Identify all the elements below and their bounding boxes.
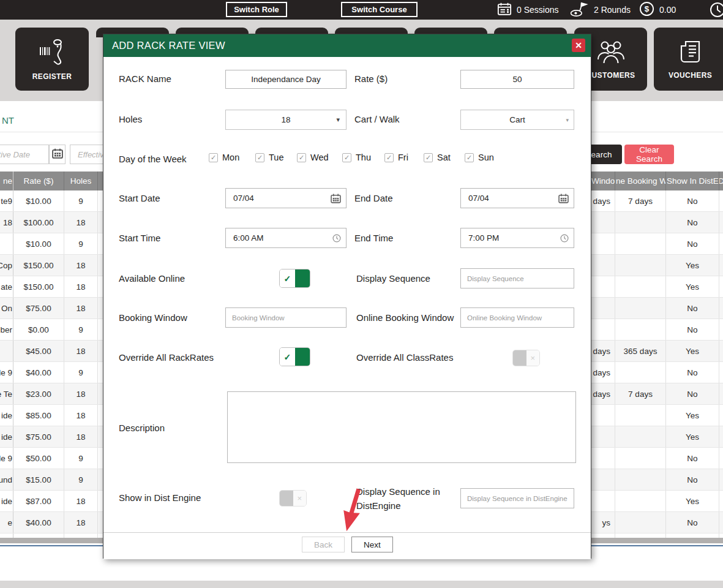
table-row[interactable]: days7 daysNo <box>591 383 723 405</box>
sessions-indicator[interactable]: 0 Sessions <box>497 0 558 20</box>
day-checkbox-sun[interactable]: ✓Sun <box>465 153 494 162</box>
table-header-left: ne Rate ($) Holes <box>0 172 103 190</box>
cell-booking-window <box>591 469 615 490</box>
table-row[interactable]: ysNo <box>591 512 723 533</box>
description-textarea[interactable] <box>227 391 576 463</box>
table-row[interactable]: de 9$40.009 <box>0 362 103 383</box>
table-row[interactable] <box>0 533 103 538</box>
end-date-input[interactable]: 07/04 <box>460 188 574 208</box>
balance-indicator[interactable]: $ 0.00 <box>639 0 676 20</box>
header-show-in-distengine: Show In DistEng <box>666 172 719 190</box>
table-row[interactable]: d On$75.0018 <box>0 298 103 319</box>
modal-title: ADD RACK RATE VIEW <box>112 34 225 57</box>
cell-ext <box>98 276 103 297</box>
table-row[interactable]: No <box>591 298 723 319</box>
holes-value: 18 <box>281 115 290 124</box>
table-row[interactable]: daysNo <box>591 362 723 383</box>
table-row[interactable]: $45.0018 <box>0 341 103 362</box>
day-of-week-row: ✓Mon✓Tue✓Wed✓Thu✓Fri✓Sat✓Sun <box>103 153 591 165</box>
booking-window-input[interactable] <box>225 307 347 328</box>
calendar-icon <box>558 194 569 203</box>
start-date-input[interactable]: 07/04 <box>225 188 347 208</box>
table-row[interactable]: e$40.0018 <box>0 512 103 533</box>
override-classrates-toggle[interactable]: × <box>512 350 540 366</box>
end-time-input[interactable]: 7:00 PM <box>460 228 574 248</box>
holes-select[interactable]: 18 ▾ <box>225 110 347 130</box>
rounds-indicator[interactable]: 2 Rounds <box>569 0 631 20</box>
table-row[interactable]: Yes <box>591 426 723 448</box>
rate-input[interactable] <box>460 70 574 89</box>
cell-rate: $85.00 <box>13 405 64 426</box>
table-row[interactable]: No <box>591 319 723 341</box>
effective-date-input-1[interactable] <box>0 145 49 164</box>
table-row[interactable]: No <box>591 448 723 469</box>
display-seq-dist-input[interactable] <box>460 488 574 508</box>
cell-name: e Te <box>0 383 13 404</box>
table-row[interactable]: ber$0.009 <box>0 319 103 341</box>
cell-show-in-distengine: No <box>666 190 719 211</box>
day-checkbox-sat[interactable]: ✓Sat <box>424 153 451 162</box>
day-checkbox-mon[interactable]: ✓Mon <box>209 153 239 162</box>
cell-name: de 9 <box>0 448 13 469</box>
cell-show-in-distengine: Yes <box>666 405 719 426</box>
show-dist-engine-label: Show in Dist Engine <box>119 492 201 503</box>
start-time-input[interactable]: 6:00 AM <box>225 228 347 248</box>
override-classrates-label: Override All ClassRates <box>356 352 453 363</box>
online-booking-window-input[interactable] <box>460 307 574 328</box>
screen: Switch Role Switch Course 0 Sessions <box>0 0 723 588</box>
table-row[interactable]: No <box>591 212 723 233</box>
table-row[interactable] <box>591 533 723 538</box>
cell-d <box>719 512 723 533</box>
checkbox-icon: ✓ <box>384 153 394 162</box>
table-row[interactable]: de 9$50.009 <box>0 448 103 469</box>
table-row[interactable]: Yes <box>591 491 723 512</box>
show-dist-engine-toggle[interactable]: × <box>279 490 307 507</box>
table-row[interactable]: No <box>591 233 723 255</box>
cart-walk-select[interactable]: Cart ▾ <box>460 110 574 130</box>
cell-d <box>719 448 723 469</box>
cell-holes: 18 <box>64 212 98 233</box>
next-button[interactable]: Next <box>351 537 393 552</box>
table-row[interactable]: te9$10.009 <box>0 190 103 212</box>
close-icon[interactable]: ✕ <box>572 39 585 52</box>
header-holes: Holes <box>64 172 98 190</box>
cell-online-booking-window <box>615 405 666 426</box>
cell-rate: $45.00 <box>13 341 64 361</box>
table-row[interactable]: Yes <box>591 405 723 426</box>
table-row[interactable]: ide$87.0018 <box>0 491 103 512</box>
override-rackrates-toggle[interactable]: ✓ <box>279 347 310 366</box>
calendar-button[interactable] <box>49 145 66 164</box>
register-tile[interactable]: REGISTER <box>15 28 89 91</box>
table-row[interactable]: Cop$150.0018 <box>0 255 103 276</box>
clock-icon[interactable] <box>708 1 723 21</box>
table-row[interactable]: ide$75.0018 <box>0 426 103 448</box>
rack-name-input[interactable] <box>225 70 347 89</box>
table-row[interactable]: No <box>591 469 723 491</box>
vouchers-tile[interactable]: VOUCHERS <box>654 28 723 91</box>
table-row[interactable]: days365 daysYes <box>591 341 723 362</box>
table-row[interactable]: ate$150.0018 <box>0 276 103 298</box>
calendar-icon <box>331 194 341 203</box>
clear-search-button[interactable]: Clear Search <box>624 145 674 164</box>
day-checkbox-tue[interactable]: ✓Tue <box>255 153 283 162</box>
table-row[interactable]: und$15.009 <box>0 469 103 491</box>
table-row[interactable]: Yes <box>591 276 723 298</box>
table-row[interactable]: 18$100.0018 <box>0 212 103 233</box>
cell-name <box>0 533 13 538</box>
display-sequence-input[interactable] <box>460 268 574 288</box>
day-label: Fri <box>398 153 408 162</box>
switch-role-button[interactable]: Switch Role <box>226 2 287 17</box>
day-checkbox-thu[interactable]: ✓Thu <box>342 153 371 162</box>
cell-booking-window: days <box>591 383 615 404</box>
cell-show-in-distengine: No <box>666 383 719 404</box>
table-row[interactable]: e Te$23.0018 <box>0 383 103 405</box>
back-button[interactable]: Back <box>302 537 345 552</box>
table-row[interactable]: days7 daysNo <box>591 190 723 212</box>
switch-course-button[interactable]: Switch Course <box>341 2 418 17</box>
available-online-toggle[interactable]: ✓ <box>279 269 310 288</box>
table-row[interactable]: ide$85.0018 <box>0 405 103 426</box>
day-checkbox-wed[interactable]: ✓Wed <box>297 153 329 162</box>
day-checkbox-fri[interactable]: ✓Fri <box>384 153 408 162</box>
table-row[interactable]: Yes <box>591 255 723 276</box>
table-row[interactable]: $10.009 <box>0 233 103 255</box>
